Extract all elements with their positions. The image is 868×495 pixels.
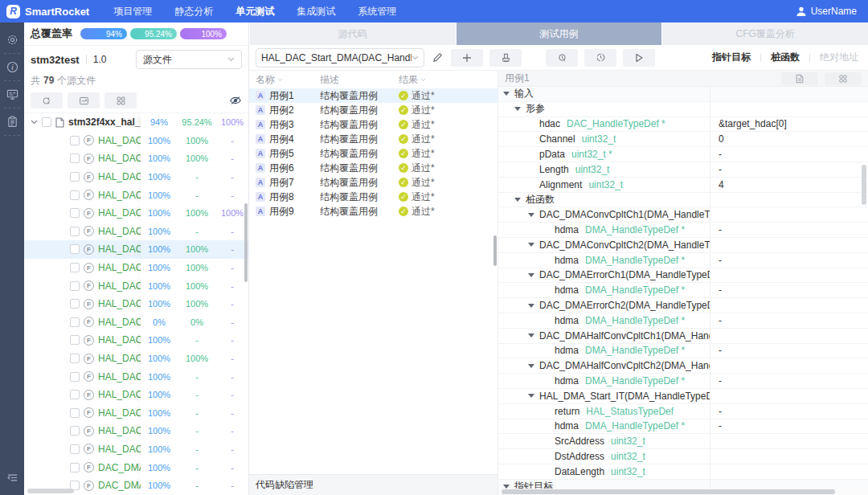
- testcase-row[interactable]: A 用例8 结构覆盖用例 ✓ 通过*: [249, 190, 497, 204]
- function-checkbox[interactable]: [70, 299, 80, 309]
- caret-down-icon[interactable]: [514, 107, 521, 111]
- tree-function-row[interactable]: F HAL_DAC_ConvCpltCallback 100% - -: [24, 386, 248, 404]
- tree-vertical-scrollbar[interactable]: [244, 203, 248, 282]
- node-value[interactable]: [710, 193, 868, 207]
- tree-function-row[interactable]: F HAL_DAC_ConfigChannel 100% 100% -: [24, 295, 248, 313]
- case-tree-row[interactable]: Channel uint32_t 0: [498, 132, 868, 147]
- case-tree-row[interactable]: hdma DMA_HandleTypeDef * -: [498, 344, 868, 359]
- caret-down-icon[interactable]: [528, 243, 534, 247]
- case-tree-row[interactable]: 输入: [498, 87, 868, 102]
- case-tree-row[interactable]: HAL_DMA_Start_IT(DMA_HandleTypeDef * hdm…: [498, 389, 868, 404]
- caret-down-icon[interactable]: [528, 304, 534, 308]
- tree-function-row[interactable]: F DAC_DMAConvCpltCh1 100% - -: [24, 458, 248, 477]
- testcase-row[interactable]: A 用例1 结构覆盖用例 ✓ 通过*: [249, 88, 497, 103]
- case-tree-vertical-scrollbar[interactable]: [862, 165, 866, 205]
- info-icon[interactable]: i: [0, 56, 24, 78]
- node-value[interactable]: [710, 358, 868, 373]
- add-case-button[interactable]: [451, 49, 483, 67]
- function-checkbox[interactable]: [70, 227, 80, 236]
- node-value[interactable]: [710, 87, 868, 101]
- case-tree-row[interactable]: 形参: [498, 102, 868, 117]
- case-tree-row[interactable]: hdma DMA_HandleTypeDef * -: [498, 374, 868, 389]
- caret-down-icon[interactable]: [528, 364, 534, 368]
- testcase-row[interactable]: A 用例3 结构覆盖用例 ✓ 通过*: [249, 117, 497, 132]
- auto-generate-button[interactable]: [31, 92, 63, 108]
- case-tree-row[interactable]: DstAddress uint32_t: [498, 449, 868, 464]
- case-tree-row[interactable]: SrcAddress uint32_t: [498, 434, 868, 449]
- case-doc-view-button[interactable]: [781, 72, 818, 85]
- history-clock-button[interactable]: [584, 49, 616, 67]
- tree-function-row[interactable]: F HAL_DAC_MspInit 100% - -: [24, 168, 248, 186]
- batch-grid-button[interactable]: [104, 92, 137, 108]
- run-generate-button[interactable]: [546, 49, 578, 67]
- node-value[interactable]: [710, 268, 868, 283]
- case-grid-view-button[interactable]: [825, 72, 862, 85]
- case-tree-horizontal-scrollbar[interactable]: [502, 489, 835, 494]
- function-checkbox[interactable]: [70, 208, 80, 218]
- caret-down-icon[interactable]: [528, 333, 534, 338]
- node-value[interactable]: -: [710, 147, 868, 162]
- testcase-row[interactable]: A 用例6 结构覆盖用例 ✓ 通过*: [249, 161, 497, 175]
- node-value[interactable]: -: [710, 253, 868, 268]
- column-name[interactable]: 名称: [249, 73, 320, 87]
- tree-function-row[interactable]: F HAL_DAC_DMAUnderrunCallback 100% - -: [24, 440, 248, 459]
- tree-function-row[interactable]: F HAL_DAC_GetState 100% - -: [24, 331, 248, 350]
- absolute-address-link[interactable]: 绝对地址: [820, 51, 858, 64]
- function-select[interactable]: HAL_DAC_Start_DMA(DAC_Handle1: [256, 48, 424, 68]
- node-value[interactable]: [710, 329, 868, 343]
- node-value[interactable]: 4: [710, 178, 868, 192]
- caret-down-icon[interactable]: [528, 394, 534, 398]
- case-tree-row[interactable]: 桩函数: [498, 193, 868, 208]
- caret-down-icon[interactable]: [503, 92, 510, 96]
- run-play-button[interactable]: [623, 49, 655, 67]
- user-menu[interactable]: UserName: [796, 6, 857, 17]
- tree-function-row[interactable]: F HAL_DAC_Stop_DMA 100% 100% -: [24, 259, 248, 277]
- tree-function-row[interactable]: F HAL_DAC_Start 100% 100% 100%: [24, 204, 248, 223]
- view-tab[interactable]: 源代码: [249, 22, 456, 45]
- function-checkbox[interactable]: [70, 281, 80, 291]
- testcase-row[interactable]: A 用例4 结构覆盖用例 ✓ 通过*: [249, 132, 497, 146]
- function-checkbox[interactable]: [70, 190, 80, 200]
- column-result[interactable]: 结果: [399, 73, 497, 87]
- expand-chevron-icon[interactable]: [31, 120, 38, 125]
- menu-item[interactable]: 集成测试: [297, 5, 335, 18]
- menu-item[interactable]: 静态分析: [174, 5, 213, 18]
- report-chart-button[interactable]: [68, 92, 100, 108]
- edit-pencil-icon[interactable]: [432, 52, 443, 63]
- tree-function-row[interactable]: F HAL_DAC_Start_DMA 100% 100% -: [24, 240, 248, 259]
- tree-function-row[interactable]: F HAL_DAC_ConvHalfCpltCallback 100% - -: [24, 404, 248, 423]
- node-value[interactable]: [710, 207, 868, 222]
- node-value[interactable]: [710, 464, 868, 479]
- tree-horizontal-scrollbar[interactable]: [27, 489, 74, 493]
- function-checkbox[interactable]: [70, 390, 80, 399]
- case-tree-row[interactable]: hdma DMA_HandleTypeDef * -: [498, 313, 868, 329]
- tree-function-row[interactable]: F HAL_DAC_Stop 100% - -: [24, 223, 248, 241]
- monitor-config-icon[interactable]: [0, 84, 24, 105]
- caret-down-icon[interactable]: [528, 273, 534, 277]
- case-tree-row[interactable]: DAC_DMAConvCpltCh1(DMA_HandleTypeDef * h…: [498, 207, 868, 223]
- tree-function-row[interactable]: F HAL_DAC_SetValue 0% 0% -: [24, 313, 248, 332]
- function-checkbox[interactable]: [70, 136, 80, 145]
- node-value[interactable]: [710, 102, 868, 117]
- function-checkbox[interactable]: [70, 317, 80, 327]
- case-tree-row[interactable]: hdma DMA_HandleTypeDef * -: [498, 223, 868, 238]
- testcase-vertical-scrollbar[interactable]: [493, 235, 497, 266]
- function-checkbox[interactable]: [70, 263, 80, 272]
- node-value[interactable]: -: [710, 162, 868, 177]
- case-tree-row[interactable]: pData uint32_t * -: [498, 147, 868, 162]
- function-checkbox[interactable]: [70, 444, 80, 454]
- function-checkbox[interactable]: [70, 172, 80, 182]
- case-tree-row[interactable]: Length uint32_t -: [498, 162, 868, 178]
- function-checkbox[interactable]: [70, 426, 80, 436]
- node-value[interactable]: -: [710, 313, 868, 328]
- tree-function-row[interactable]: F HAL_DAC_ErrorCallback 100% - -: [24, 422, 248, 440]
- node-value[interactable]: [710, 449, 868, 464]
- tree-function-row[interactable]: F HAL_DAC_GetError 100% - -: [24, 367, 248, 386]
- tree-function-row[interactable]: F HAL_DAC_MspDeInit 100% - -: [24, 186, 248, 204]
- case-tree-row[interactable]: DAC_DMAErrorCh1(DMA_HandleTypeDef * hdma…: [498, 268, 868, 284]
- node-value[interactable]: -: [710, 374, 868, 388]
- tree-file-row[interactable]: stm32f4xx_hal_dac.c 94% 95.24% 100%: [24, 113, 248, 132]
- clean-brush-button[interactable]: [489, 49, 522, 67]
- case-tree-row[interactable]: DAC_DMAErrorCh2(DMA_HandleTypeDef * hdma…: [498, 298, 868, 313]
- testcase-row[interactable]: A 用例5 结构覆盖用例 ✓ 通过*: [249, 146, 497, 161]
